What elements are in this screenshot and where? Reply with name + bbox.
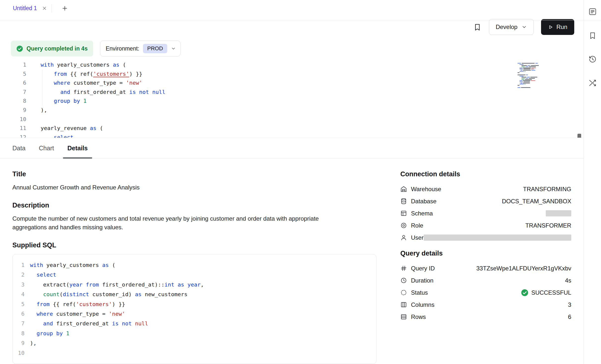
editor-tabbar: Untitled 1 [0,0,584,17]
run-button[interactable]: Run [541,19,574,35]
develop-dropdown[interactable]: Develop [489,19,534,35]
detail-value: DOCS_TEAM_SANDBOX [502,198,571,205]
line-number: 1 [0,60,26,70]
tab-untitled-1[interactable]: Untitled 1 [0,0,52,17]
environment-badge: PROD [143,44,167,53]
details-tab-content: Title Annual Customer Growth and Revenue… [0,158,584,364]
develop-label: Develop [496,24,518,30]
line-number: 10 [13,348,25,358]
details-right-column: Connection details WarehouseTRANSFORMING… [400,170,571,364]
results-panel: DataChartDetails Title Annual Customer G… [0,138,584,364]
code-line: 1with yearly_customers as ( [0,60,584,70]
saved-queries-button[interactable] [587,30,598,41]
line-number: 7 [13,319,25,328]
columns-row: Columns3 [400,299,571,311]
bookmark-button[interactable] [473,23,482,31]
results-tab-chart[interactable]: Chart [39,138,54,158]
line-number: 12 [0,133,26,138]
schema-row: Schema [400,207,571,219]
line-number: 8 [13,329,25,338]
code-line: 7 and first_ordered_at is not null [0,88,584,97]
detail-label: Warehouse [411,186,441,193]
detail-label: Schema [411,210,433,217]
status-row: StatusSUCCESSFUL [400,286,571,299]
code-line: 10 [13,348,376,358]
code-line: 8 group by 1 [13,329,376,338]
statusbar: Query completed in 4s Environment: PROD [0,41,584,56]
detail-label: Query ID [411,265,435,272]
lineage-button[interactable] [587,77,598,89]
title-value: Annual Customer Growth and Revenue Analy… [12,183,347,192]
warehouse-icon [400,186,407,192]
line-number: 3 [13,280,25,289]
description-heading: Description [12,202,377,209]
detail-label: Status [411,289,428,296]
detail-label: Duration [411,277,434,284]
code-line: 12 select [0,133,584,138]
details-left-column: Title Annual Customer Growth and Revenue… [12,170,377,364]
line-number: 10 [0,115,26,124]
line-number: 8 [0,97,26,106]
code-line: 6 where customer_type = 'new' [0,78,584,88]
line-number: 11 [0,124,26,133]
redacted-value [546,210,571,216]
code-line: 1with yearly_customers as ( [13,260,376,270]
code-line: 5 from {{ ref('customers') }} [13,299,376,309]
line-number: 6 [0,78,26,88]
results-tab-data[interactable]: Data [12,138,26,158]
description-value: Compute the number of new customers and … [12,214,347,232]
bookmark-icon [588,31,597,40]
history-button[interactable] [587,53,598,65]
new-tab-button[interactable] [60,3,70,13]
user-row: User [400,232,571,244]
code-line: 9), [13,338,376,348]
rows-row: Rows6 [400,311,571,323]
editor-minimap[interactable] [518,63,546,90]
lineage-icon [588,79,597,87]
detail-value: TRANSFORMING [523,186,571,193]
close-tab-icon[interactable] [42,6,47,11]
warehouse-row: WarehouseTRANSFORMING [400,183,571,195]
query-status-text: Query completed in 4s [27,45,88,52]
environment-selector[interactable]: Environment: PROD [100,41,181,56]
spinner-icon [400,289,407,296]
role-icon [400,222,407,229]
detail-value: TRANSFORMER [525,222,571,229]
detail-label: Rows [411,313,426,320]
code-line: 5 from {{ ref('customers') }} [0,70,584,79]
results-list-button[interactable] [587,6,598,17]
results-tab-details[interactable]: Details [67,138,88,158]
bookmark-icon [473,23,482,31]
schema-icon [400,210,407,217]
code-line: 3 extract(year from first_ordered_at)::i… [13,280,376,289]
line-number: 7 [0,88,26,97]
history-icon [588,55,597,63]
chevron-down-icon [521,24,527,30]
code-line: 4 count(distinct customer_id) as new_cus… [13,289,376,299]
line-number: 9 [13,338,25,348]
line-number: 1 [13,260,25,270]
line-number: 5 [0,70,26,79]
detail-label: Columns [411,301,435,308]
check-circle-icon [521,289,528,296]
rows-icon [400,313,407,320]
line-number: 9 [0,106,26,115]
environment-label: Environment: [106,45,139,52]
line-number: 6 [13,309,25,319]
line-number: 5 [13,299,25,309]
role-row: RoleTRANSFORMER [400,219,571,232]
query-id-row: Query ID33TZseWpe1ALFDUYerxR1gVKxbv [400,262,571,274]
connection-details-heading: Connection details [400,170,571,178]
code-line: 8 group by 1 [0,97,584,106]
main-panel: Untitled 1 Develop [0,0,584,364]
query-details-list: Query ID33TZseWpe1ALFDUYerxR1gVKxbvDurat… [400,262,571,323]
columns-icon [400,301,407,308]
query-details-heading: Query details [400,250,571,257]
duration-row: Duration4s [400,274,571,286]
right-icon-rail [584,0,601,364]
query-status-pill: Query completed in 4s [11,41,93,56]
code-line: 7 and first_ordered_at is not null [13,319,376,328]
editor-scrollbar-thumb[interactable] [577,134,581,138]
sql-editor[interactable]: 1with yearly_customers as (5 from {{ ref… [0,57,584,138]
layout-list-icon [588,7,597,16]
